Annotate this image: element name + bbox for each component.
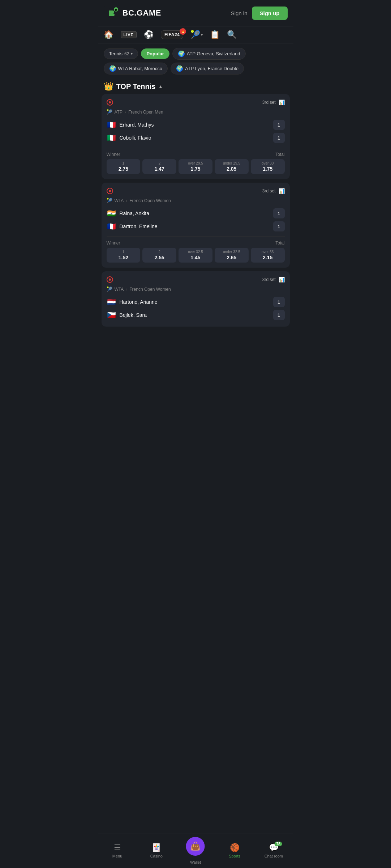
player-name: Hartono, Arianne — [120, 299, 158, 305]
odd-cell[interactable]: 1 2.75 — [107, 159, 141, 174]
odds-header: Winner Total — [107, 241, 285, 246]
player-info: 🇮🇳 Raina, Ankita — [107, 208, 150, 218]
odd-value: 2.15 — [263, 255, 272, 260]
filter-tennis[interactable]: Tennis 62 ▾ — [104, 48, 138, 59]
nav-search[interactable]: 🔍 — [227, 30, 237, 39]
signin-button[interactable]: Sign in — [231, 10, 248, 16]
filter-atp-geneva[interactable]: 🌍 ATP Geneva, Switzerland — [172, 48, 246, 60]
odds-row: 1 1.52 2 2.55 over 32.5 1.45 under 32.5 … — [107, 248, 285, 263]
player-row: 🇮🇳 Raina, Ankita 1 — [107, 207, 285, 220]
player-info: 🇫🇷 Dartron, Emeline — [107, 221, 158, 231]
odd-value: 2.65 — [227, 255, 236, 260]
signup-button[interactable]: Sign up — [252, 7, 288, 20]
odd-cell[interactable]: 2 2.55 — [142, 248, 176, 263]
player-score: 1 — [273, 208, 285, 218]
odd-label: over 33 — [252, 250, 283, 254]
odd-cell[interactable]: over 32.5 1.45 — [179, 248, 212, 263]
meta-sep: › — [126, 287, 127, 292]
player-score: 1 — [273, 310, 285, 320]
live-indicator — [107, 188, 113, 194]
betslip-icon: 📋 — [210, 30, 220, 39]
filter-atp-lyon[interactable]: 🌍 ATP Lyon, France Double — [171, 63, 244, 75]
racket-icon: 🎾 — [107, 286, 112, 292]
globe-icon: 🌍 — [176, 65, 183, 72]
filter-atp-lyon-label: ATP Lyon, France Double — [185, 66, 239, 71]
player-row: 🇨🇿 Bejlek, Sara 1 — [107, 309, 285, 322]
svg-text:B: B — [115, 8, 117, 12]
player-info: 🇳🇱 Hartono, Arianne — [107, 297, 158, 307]
odd-label: 1 — [108, 250, 139, 254]
nav-football[interactable]: ⚽ — [144, 30, 154, 39]
match-card-header: 3rd set 📊 — [107, 99, 285, 106]
filter-tennis-label: Tennis — [109, 51, 123, 56]
filter-wta-rabat[interactable]: 🌍 WTA Rabat, Morocco — [104, 63, 168, 75]
filter-wta-rabat-label: WTA Rabat, Morocco — [118, 66, 163, 71]
chevron-down-icon: ▾ — [131, 52, 133, 56]
match-card-header: 3rd set 📊 — [107, 276, 285, 283]
bc-game-logo-icon: B — [104, 5, 120, 21]
nav-live[interactable]: LIVE — [121, 31, 137, 38]
match-card: 3rd set 📊 🎾 WTA › French Open Women 🇮🇳 R… — [102, 183, 290, 268]
home-icon: 🏠 — [104, 30, 113, 39]
live-indicator — [107, 99, 113, 106]
odd-value: 1.52 — [119, 255, 128, 260]
odd-label: 2 — [144, 161, 175, 165]
live-indicator — [107, 276, 113, 283]
section-arrow-icon: ▲ — [158, 84, 163, 89]
meta-sep: › — [126, 198, 127, 203]
player-score: 1 — [273, 221, 285, 231]
player-info: 🇫🇷 Erhard, Mathys — [107, 120, 154, 130]
total-label: Total — [275, 241, 284, 246]
player-flag: 🇫🇷 — [107, 120, 117, 130]
category-label: ATP — [115, 110, 123, 115]
match-card: 3rd set 📊 🎾 ATP › French Open Men 🇫🇷 Erh… — [102, 94, 290, 179]
live-badge: LIVE — [121, 31, 137, 38]
odd-label: 1 — [108, 161, 139, 165]
fire-badge: 🔥 — [180, 28, 186, 35]
player-name: Erhard, Mathys — [120, 122, 154, 128]
player-name: Cobolli, Flavio — [120, 135, 151, 141]
nav-home[interactable]: 🏠 — [104, 30, 113, 39]
tennis-chevron: ▾ — [201, 33, 203, 37]
match-meta: 🎾 WTA › French Open Women — [107, 198, 285, 203]
odd-value: 1.45 — [190, 255, 200, 260]
odds-header: Winner Total — [107, 152, 285, 157]
odd-value: 2.75 — [119, 166, 128, 172]
odd-cell[interactable]: over 30 1.75 — [251, 159, 285, 174]
filter-popular[interactable]: Popular — [141, 48, 169, 59]
winner-label: Winner — [107, 241, 120, 246]
filter-atp-geneva-label: ATP Geneva, Switzerland — [187, 51, 240, 56]
meta-sep: › — [125, 110, 126, 115]
tournament-label: French Open Women — [129, 287, 171, 292]
player-info: 🇮🇹 Cobolli, Flavio — [107, 133, 151, 143]
category-label: WTA — [115, 287, 124, 292]
odd-cell[interactable]: under 29.5 2.05 — [215, 159, 249, 174]
odd-value: 1.75 — [190, 166, 200, 172]
stats-icon: 📊 — [279, 99, 285, 105]
match-list: 3rd set 📊 🎾 ATP › French Open Men 🇫🇷 Erh… — [98, 94, 293, 363]
odd-cell[interactable]: under 32.5 2.65 — [215, 248, 249, 263]
player-row: 🇮🇹 Cobolli, Flavio 1 — [107, 131, 285, 144]
app-header: B BC.GAME Sign in Sign up — [98, 0, 293, 26]
player-name: Raina, Ankita — [120, 210, 150, 216]
nav-tennis[interactable]: 🎾 ▾ — [190, 30, 203, 39]
player-row: 🇳🇱 Hartono, Arianne 1 — [107, 295, 285, 309]
odd-cell[interactable]: 2 1.47 — [142, 159, 176, 174]
racket-icon: 🎾 — [107, 198, 112, 203]
odd-label: under 32.5 — [216, 250, 247, 254]
player-score: 1 — [273, 297, 285, 307]
player-row: 🇫🇷 Dartron, Emeline 1 — [107, 220, 285, 233]
odds-row: 1 2.75 2 1.47 over 29.5 1.75 under 29.5 … — [107, 159, 285, 174]
player-flag: 🇫🇷 — [107, 221, 117, 231]
stats-icon: 📊 — [279, 277, 285, 282]
odd-cell[interactable]: over 29.5 1.75 — [179, 159, 212, 174]
player-score: 1 — [273, 120, 285, 130]
odd-cell[interactable]: 1 1.52 — [107, 248, 141, 263]
set-label: 3rd set — [262, 277, 276, 282]
nav-fifa[interactable]: FIFA24 🔥 — [161, 30, 183, 39]
nav-betslip[interactable]: 📋 — [210, 30, 220, 39]
odd-cell[interactable]: over 33 2.15 — [251, 248, 285, 263]
player-flag: 🇮🇳 — [107, 208, 117, 218]
app-title: BC.GAME — [123, 8, 161, 18]
logo[interactable]: B BC.GAME — [104, 5, 161, 21]
